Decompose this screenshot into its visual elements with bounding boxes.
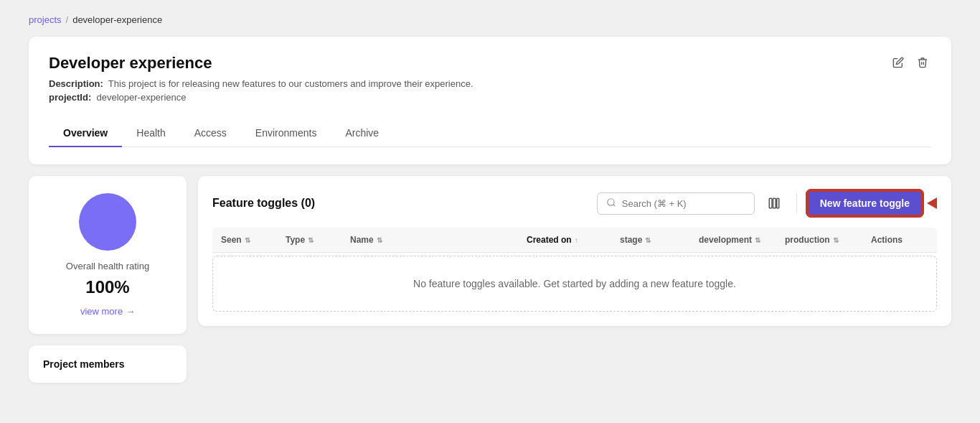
search-icon [606,197,616,210]
members-title: Project members [43,358,172,370]
members-card: Project members [29,345,187,383]
header-right: New feature toggle [597,190,937,216]
arrow-right-icon: → [126,306,135,317]
svg-rect-4 [777,198,779,208]
project-description: Description: This project is for releasi… [49,78,473,89]
svg-line-1 [613,204,615,206]
col-seen[interactable]: Seen ⇅ [221,235,286,245]
description-value: This project is for releasing new featur… [108,78,473,89]
empty-state: No feature toggles available. Get starte… [212,256,937,312]
tab-overview[interactable]: Overview [49,120,122,147]
search-box [597,192,755,215]
health-circle [79,193,136,251]
feature-toggles-header: Feature toggles (0) [212,190,937,216]
tab-environments[interactable]: Environments [241,120,331,147]
new-feature-toggle-button[interactable]: New feature toggle [807,190,923,216]
col-type[interactable]: Type ⇅ [286,235,350,245]
arrow-red-icon [927,197,937,209]
svg-rect-2 [769,198,772,208]
breadcrumb-current: developer-experience [72,14,162,25]
project-id: projectId: developer-experience [49,92,473,103]
tabs: Overview Health Access Environments Arch… [49,120,931,147]
col-actions: Actions [871,235,928,245]
sort-development-icon: ⇅ [755,236,760,244]
content-row: Overall health rating 100% view more → P… [29,176,951,383]
svg-point-0 [608,198,614,205]
breadcrumb-separator: / [66,14,69,25]
breadcrumb: projects / developer-experience [29,14,951,25]
right-panel: Feature toggles (0) [198,176,951,326]
project-card: Developer experience Description: This p… [29,37,951,164]
new-toggle-container: New feature toggle [807,190,937,216]
tab-archive[interactable]: Archive [331,120,393,147]
svg-rect-3 [773,198,776,208]
project-info: Developer experience Description: This p… [49,54,473,106]
projectid-label: projectId: [49,92,91,103]
columns-button[interactable] [762,194,786,213]
col-development[interactable]: development ⇅ [699,235,785,245]
tab-access[interactable]: Access [180,120,241,147]
feature-toggles-title: Feature toggles (0) [212,197,315,210]
breadcrumb-projects-link[interactable]: projects [29,14,62,25]
health-card: Overall health rating 100% view more → [29,176,187,334]
header-actions [890,54,931,71]
sort-stage-icon: ⇅ [645,236,651,244]
divider [796,193,797,213]
col-production[interactable]: production ⇅ [785,235,871,245]
sort-type-icon: ⇅ [308,236,314,244]
project-header: Developer experience Description: This p… [49,54,931,106]
sort-name-icon: ⇅ [377,236,382,244]
col-stage[interactable]: stage ⇅ [620,235,699,245]
sort-production-icon: ⇅ [833,236,839,244]
table-header: Seen ⇅ Type ⇅ Name ⇅ Created on ↑ stage [212,228,937,253]
sort-createdon-icon: ↑ [575,236,578,244]
empty-state-message: No feature toggles available. Get starte… [413,278,736,289]
sort-seen-icon: ⇅ [245,236,250,244]
edit-button[interactable] [890,54,907,71]
health-label: Overall health rating [43,261,172,271]
projectid-value: developer-experience [96,92,186,103]
col-name[interactable]: Name ⇅ [350,235,527,245]
left-panel: Overall health rating 100% view more → P… [29,176,187,383]
project-title: Developer experience [49,54,473,73]
search-input[interactable] [622,198,745,209]
tab-health[interactable]: Health [122,120,179,147]
description-label: Description: [49,78,103,89]
delete-button[interactable] [914,54,931,71]
col-created-on[interactable]: Created on ↑ [527,235,620,245]
arrow-indicator [927,197,937,209]
view-more-link[interactable]: view more → [43,306,172,317]
health-percent: 100% [43,277,172,297]
